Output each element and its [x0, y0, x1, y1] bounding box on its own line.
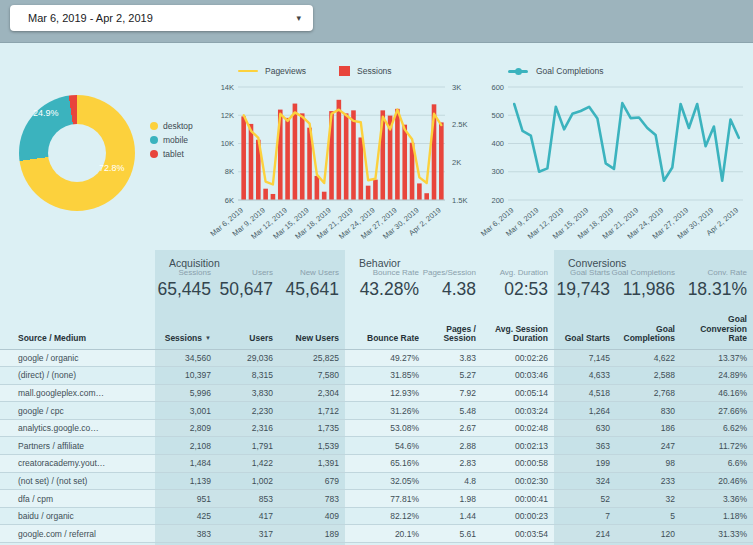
cell: 00:00:58 — [482, 455, 554, 473]
legend-label: tablet — [163, 149, 184, 159]
scorecard-label: Sessions — [157, 268, 211, 278]
cell-source-medium: (not set) / (not set) — [0, 472, 155, 490]
scorecard-label: Pages/Session — [423, 268, 476, 278]
cell: 8,315 — [217, 367, 279, 385]
cell: 1.18% — [681, 507, 753, 525]
cell: 247 — [616, 437, 681, 455]
cell: 383 — [155, 525, 217, 543]
legend-label: desktop — [163, 121, 193, 131]
cell: 1,139 — [155, 472, 217, 490]
legend-dot-icon — [150, 136, 158, 144]
cell: 5.27 — [425, 367, 482, 385]
cell: 46.16% — [681, 384, 753, 402]
column-header-goal-conversion-rate[interactable]: Goal Conversion Rate — [681, 312, 753, 349]
column-header-sessions[interactable]: Sessions▼ — [155, 312, 217, 349]
column-header-avg-session-duration[interactable]: Avg. Session Duration — [482, 312, 554, 349]
column-header-pages-session[interactable]: Pages / Session — [425, 312, 482, 349]
cell: 3,001 — [155, 402, 217, 420]
cell: 4,518 — [554, 384, 616, 402]
cell: 12.93% — [345, 384, 425, 402]
column-header-new-users[interactable]: New Users — [279, 312, 345, 349]
cell: 1,422 — [217, 455, 279, 473]
cell: 31.33% — [681, 525, 753, 543]
svg-text:8K: 8K — [225, 167, 234, 176]
donut-label-desktop: 72.8% — [99, 163, 125, 173]
cell: 1,002 — [217, 472, 279, 490]
cell: 783 — [279, 490, 345, 508]
table-row: Partners / affiliate2,1081,7911,53954.6%… — [0, 437, 753, 455]
scorecard-label: New Users — [285, 268, 339, 278]
cell-source-medium: analytics.google.co… — [0, 419, 155, 437]
scorecard-pages-session: Pages/Session4.38 — [423, 268, 476, 300]
scorecard-value: 02:53 — [500, 278, 548, 300]
cell: 3.83 — [425, 349, 482, 367]
cell: 11.72% — [681, 437, 753, 455]
cell: 951 — [155, 490, 217, 508]
scorecard-value: 4.38 — [423, 278, 476, 300]
svg-text:3K: 3K — [452, 83, 461, 92]
cell: 1.98 — [425, 490, 482, 508]
cell: 53.08% — [345, 419, 425, 437]
cell: 82.12% — [345, 507, 425, 525]
svg-text:1.5K: 1.5K — [452, 196, 467, 205]
cell: 2,316 — [217, 419, 279, 437]
scorecard-value: 45,641 — [285, 278, 339, 300]
svg-text:600: 600 — [491, 83, 504, 92]
svg-text:300: 300 — [491, 167, 504, 176]
column-header-source-medium[interactable]: Source / Medium — [0, 312, 155, 349]
cell-source-medium: (direct) / (none) — [0, 367, 155, 385]
cell: 1,264 — [554, 402, 616, 420]
legend-dot-icon — [150, 150, 158, 158]
column-header-users[interactable]: Users — [217, 312, 279, 349]
cell: 4,633 — [554, 367, 616, 385]
table-row: baidu / organic42541740982.12%1.4400:00:… — [0, 507, 753, 525]
donut-legend: desktopmobiletablet — [150, 119, 193, 161]
column-header-bounce-rate[interactable]: Bounce Rate — [345, 312, 425, 349]
cell: 2,304 — [279, 384, 345, 402]
cell: 1.44 — [425, 507, 482, 525]
cell-source-medium: google / organic — [0, 349, 155, 367]
cell: 5.61 — [425, 525, 482, 543]
cell: 00:02:48 — [482, 419, 554, 437]
column-header-goal-completions[interactable]: Goal Completions — [616, 312, 681, 349]
scorecard-sessions: Sessions65,445 — [157, 268, 211, 300]
scorecard-avg-duration: Avg. Duration02:53 — [500, 268, 548, 300]
cell: 20.1% — [345, 525, 425, 543]
scorecard-goal-starts: Goal Starts19,743 — [556, 268, 610, 300]
date-range-picker[interactable]: Mar 6, 2019 - Apr 2, 2019 ▾ — [10, 5, 313, 31]
svg-text:400: 400 — [491, 139, 504, 148]
cell: 7,145 — [554, 349, 616, 367]
cell: 3,830 — [217, 384, 279, 402]
column-header-goal-starts[interactable]: Goal Starts — [554, 312, 616, 349]
table-row: (direct) / (none)10,3978,3157,58031.85%5… — [0, 367, 753, 385]
cell: 2.88 — [425, 437, 482, 455]
cell: 214 — [554, 525, 616, 543]
cell: 120 — [616, 525, 681, 543]
cell: 2.83 — [425, 455, 482, 473]
scorecard-value: 50,647 — [219, 278, 273, 300]
cell: 2,809 — [155, 419, 217, 437]
goal-chart: 600500400300200Mar 6, 2019Mar 9, 2019Mar… — [470, 60, 753, 250]
svg-text:12K: 12K — [221, 111, 234, 120]
cell: 417 — [217, 507, 279, 525]
cell: 1,735 — [279, 419, 345, 437]
cell: 20.46% — [681, 472, 753, 490]
cell: 2,230 — [217, 402, 279, 420]
cell: 1,484 — [155, 455, 217, 473]
cell: 324 — [554, 472, 616, 490]
legend-label: mobile — [163, 135, 188, 145]
cell: 6.6% — [681, 455, 753, 473]
cell: 2.67 — [425, 419, 482, 437]
cell: 6.62% — [681, 419, 753, 437]
traffic-chart: 14K12K10K8K6K3K2.5K2K1.5KMar 6, 2019Mar … — [200, 60, 480, 250]
cell: 29,036 — [217, 349, 279, 367]
cell: 425 — [155, 507, 217, 525]
cell: 00:02:26 — [482, 349, 554, 367]
cell: 4.8 — [425, 472, 482, 490]
table-row: mall.googleplex.com…5,9963,8302,30412.93… — [0, 384, 753, 402]
scorecard-users: Users50,647 — [219, 268, 273, 300]
section-acquisition: AcquisitionSessions65,445Users50,647New … — [155, 250, 345, 312]
cell: 1,712 — [279, 402, 345, 420]
scorecard-value: 18.31% — [688, 278, 747, 300]
table-row: analytics.google.co…2,8092,3161,73553.08… — [0, 419, 753, 437]
